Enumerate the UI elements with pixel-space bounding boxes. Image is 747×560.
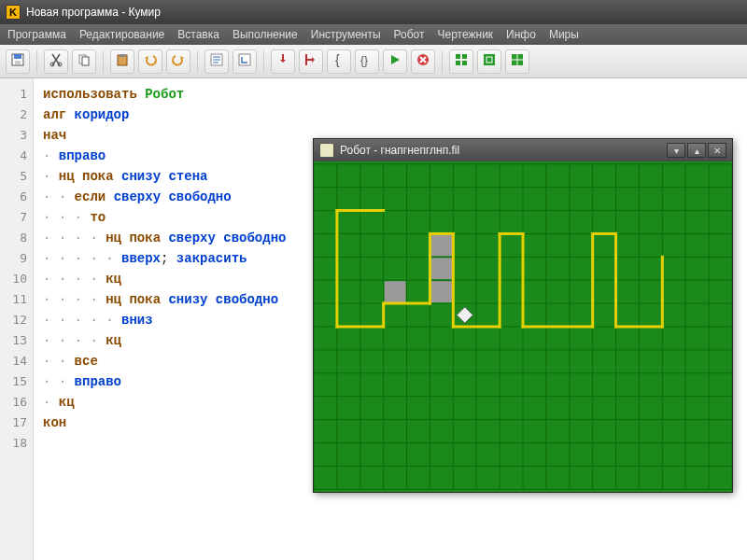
step-into-button[interactable] (271, 49, 295, 74)
code-token: вниз (121, 313, 153, 328)
menu-item[interactable]: Программа (7, 28, 66, 41)
code-token: Робот (145, 87, 184, 102)
robot-window-titlebar[interactable]: ☺ Робот - гнапгнепглнп.fil ▾ ▴ ✕ (314, 139, 732, 161)
paste-button[interactable] (110, 49, 134, 74)
window-title: Новая программа - Кумир (26, 6, 161, 19)
stop-button[interactable] (411, 49, 435, 74)
code-token: · · · · (43, 292, 106, 307)
code-token: снизу свободно (168, 292, 278, 307)
menu-item[interactable]: Чертежник (438, 28, 494, 41)
line-number: 11 (0, 289, 27, 310)
brace-pair-icon: {} (359, 52, 374, 70)
toolbar-separator (103, 50, 104, 73)
svg-rect-21 (456, 61, 460, 65)
svg-rect-20 (462, 54, 467, 59)
line-number: 5 (0, 166, 27, 187)
app-icon: K (6, 5, 21, 20)
minimize-button[interactable]: ▾ (667, 143, 685, 158)
svg-rect-6 (82, 57, 89, 65)
code-token: ; (161, 251, 176, 266)
close-button[interactable]: ✕ (708, 143, 726, 158)
save-icon (10, 52, 25, 70)
stop-icon (416, 52, 430, 70)
code-token: · · · · (43, 272, 106, 287)
loop-icon (237, 52, 252, 70)
step-over-button[interactable] (299, 49, 323, 74)
svg-rect-19 (456, 54, 460, 59)
grid1-icon (454, 52, 469, 70)
code-token: нач (43, 128, 66, 143)
cut-icon (49, 52, 63, 70)
toolbar-separator (36, 50, 37, 73)
code-token: все (75, 354, 98, 369)
menu-item[interactable]: Вставка (177, 28, 219, 41)
grid3-button[interactable] (505, 49, 529, 74)
menu-bar: ПрограммаРедактированиеВставкаВыполнение… (0, 24, 747, 45)
line-number: 17 (0, 413, 27, 433)
step-into-icon (275, 52, 290, 70)
filled-cell (385, 281, 406, 302)
svg-text:{: { (335, 52, 340, 67)
code-token: нц пока (59, 169, 121, 184)
menu-item[interactable]: Миры (549, 28, 579, 41)
line-number: 16 (0, 392, 27, 413)
code-token: вверх (121, 251, 161, 266)
code-token: кц (106, 333, 121, 348)
toolbar-separator (197, 50, 198, 73)
code-token: то (90, 210, 106, 225)
line-number: 15 (0, 371, 27, 392)
code-token: если (75, 189, 114, 204)
algorithm-button[interactable] (204, 49, 229, 74)
brace-pair-button[interactable]: {} (355, 49, 379, 74)
line-number: 10 (0, 269, 27, 289)
undo-button[interactable] (138, 49, 162, 74)
robot-window-icon: ☺ (319, 143, 334, 158)
line-number: 13 (0, 330, 27, 351)
maximize-button[interactable]: ▴ (687, 143, 706, 158)
code-line[interactable]: алг коридор (43, 105, 740, 125)
redo-button[interactable] (166, 49, 190, 74)
toolbar-separator (263, 50, 264, 73)
code-line[interactable]: использовать Робот (43, 84, 740, 105)
copy-button[interactable] (72, 49, 96, 74)
line-number: 7 (0, 207, 27, 228)
code-token: · · (43, 354, 75, 369)
run-button[interactable] (383, 49, 407, 74)
robot-field-window[interactable]: ☺ Робот - гнапгнепглнп.fil ▾ ▴ ✕ (313, 138, 733, 493)
grid1-button[interactable] (449, 49, 473, 74)
save-button[interactable] (6, 49, 30, 74)
robot-field[interactable] (314, 161, 732, 492)
line-number: 6 (0, 187, 27, 207)
line-number-gutter: 123456789101112131415161718 (0, 78, 34, 560)
loop-button[interactable] (233, 49, 257, 74)
brace-open-button[interactable]: { (327, 49, 351, 74)
menu-item[interactable]: Робот (394, 28, 425, 41)
run-icon (388, 52, 402, 70)
line-number: 3 (0, 125, 27, 146)
filled-cell (430, 281, 452, 302)
code-token: сверху свободно (168, 231, 286, 245)
code-token: кон (43, 415, 66, 430)
code-token: · · · · · (43, 251, 121, 266)
code-token: кц (59, 395, 75, 410)
cut-button[interactable] (44, 49, 68, 74)
code-token: вправо (59, 148, 106, 163)
brace-open-icon: { (331, 52, 346, 70)
menu-item[interactable]: Выполнение (233, 28, 298, 41)
code-token: коридор (75, 107, 130, 122)
menu-item[interactable]: Инструменты (311, 28, 381, 41)
code-token: нц пока (106, 292, 168, 307)
code-token: · · · · (43, 231, 106, 245)
code-token: сверху свободно (114, 189, 232, 204)
menu-item[interactable]: Инфо (506, 28, 536, 41)
code-token: · (43, 169, 59, 184)
paste-icon (115, 52, 130, 70)
copy-icon (77, 52, 92, 70)
grid2-button[interactable] (477, 49, 501, 74)
code-token: закрасить (176, 251, 247, 266)
grid2-icon (482, 52, 497, 70)
svg-rect-13 (239, 54, 250, 65)
svg-rect-22 (462, 61, 467, 65)
menu-item[interactable]: Редактирование (79, 28, 164, 41)
robot-marker (457, 307, 472, 323)
